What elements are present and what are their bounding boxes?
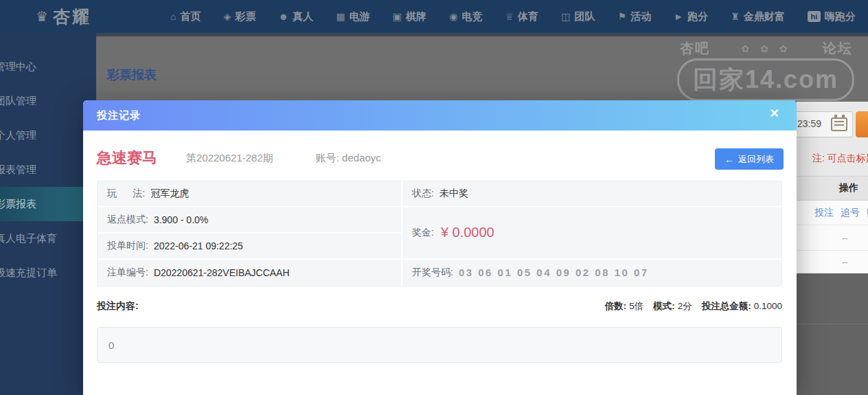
nav-item-activities[interactable]: ⚑活动 [618,10,652,23]
total-amount-value: 0.1000 [754,301,782,311]
bet-record-modal: 投注记录 × 急速赛马 第20220621-282期 账号: dedaoyc ←… [83,100,797,395]
bet-content-value: 0 [108,339,114,351]
bet-time-cell: 投单时间: 2022-06-21 09:22:25 [98,234,401,260]
sidebar-item-label: 团队管理 [0,95,36,108]
operations-column-header: 操作 [797,176,868,201]
nav-item-label: 彩票 [235,10,255,23]
nav-item-hi-paofen[interactable]: hi嗨跑分 [808,10,856,23]
top-navigation-bar: ♛ 杏耀 ⌂首页 ◈彩票 ☻真人 ▦电游 ▣棋牌 ◉电竞 ♕体育 ◫团队 ⚑活动… [0,0,868,33]
field-value: 3.900 - 0.0% [154,214,208,225]
chase-link[interactable]: 追号 [841,207,860,219]
field-label: 状态: [412,188,434,200]
game-name: 急速赛马 [97,148,157,168]
field-label: 奖金: [412,227,434,239]
nav-item-esports[interactable]: ◉电竞 [449,10,482,23]
prize-cell: 奖金: ¥ 0.0000 [402,207,781,260]
nav-item-team[interactable]: ◫团队 [561,10,595,23]
background-list-panel: 23:59 注: 可点击标题 操作 投注 追号 账变 -- -- [797,102,868,273]
slot-machine-icon: ▦ [336,11,345,22]
watermark-left-text: 杏吧 [680,39,710,58]
watermark-right-text: 论坛 [823,39,853,58]
nav-item-label: 电游 [350,10,370,23]
ticket-icon: ◈ [224,11,231,22]
mode-value: 2分 [678,301,692,311]
empty-cell-value: -- [842,233,848,243]
people-icon: ◫ [561,11,570,22]
screen: 彩票报表 杏吧 ✿ ✿ ✿ 论坛 回家14.com 23:59 注: 可点击标题… [0,0,868,395]
sidebar-menu: 管理中心 团队管理 个人管理 报表管理 彩票报表 真人电子体育 级速充提订单 [0,49,96,290]
prize-amount: ¥ 0.0000 [441,225,494,240]
sidebar-item-label: 彩票报表 [0,198,36,211]
person-icon: ☻ [279,11,289,22]
nav-item-label: 嗨跑分 [825,10,856,23]
bet-link[interactable]: 投注 [814,207,834,219]
nav-item-home[interactable]: ⌂首页 [170,10,201,23]
nav-item-label: 真人 [293,10,313,23]
detail-table-right-column: 状态: 未中奖 奖金: ¥ 0.0000 开奖号码: 03 06 01 05 0… [402,181,781,286]
sidebar-item-label: 管理中心 [0,60,36,74]
nav-item-sports[interactable]: ♕体育 [505,10,539,23]
nav-item-label: 体育 [518,10,538,23]
brand-logo[interactable]: ♛ 杏耀 [36,0,91,33]
sidebar-item-label: 级速充提订单 [0,267,57,280]
clickable-title-note: 注: 可点击标题 [812,153,868,165]
back-to-list-button[interactable]: ← 返回列表 [715,148,784,170]
sidebar: 管理中心 团队管理 个人管理 报表管理 彩票报表 真人电子体育 级速充提订单 [0,33,96,395]
dimmed-background-lower [797,273,868,395]
nav-item-board-games[interactable]: ▣棋牌 [393,10,426,23]
table-row: -- [797,225,868,251]
cards-icon: ▣ [393,11,402,22]
sidebar-item-live-esports[interactable]: 真人电子体育 [0,221,96,256]
field-label: 玩 法: [107,188,145,200]
end-time-value: 23:59 [797,118,821,129]
sidebar-item-lottery-report-active[interactable]: 彩票报表 [0,187,96,221]
close-icon[interactable]: × [770,106,779,121]
field-value: D20220621-282VEIBAJCCAAH [154,267,290,278]
field-label: 开奖号码: [412,267,453,279]
account-name: 账号: dedaoyc [316,152,381,165]
trophy-icon: ♕ [505,11,514,22]
nav-item-egames[interactable]: ▦电游 [336,10,369,23]
nav-item-label: 首页 [180,10,201,23]
nav-item-label: 金鼎财富 [744,10,785,23]
empty-cell-value: -- [842,257,848,267]
nav-item-live[interactable]: ☻真人 [279,10,314,23]
nav-item-lottery[interactable]: ◈彩票 [224,10,256,23]
sidebar-item-personal-management[interactable]: 个人管理 [0,118,96,153]
watermark-flourish-icon: ✿ ✿ ✿ [742,43,792,54]
nav-item-paofen[interactable]: ►跑分 [674,10,708,23]
calendar-icon[interactable] [831,117,847,131]
bet-content-row: 投注内容: 倍数:5倍 模式:2分 投注总金额:0.1000 [97,300,782,313]
bet-summary: 倍数:5倍 模式:2分 投注总金额:0.1000 [605,300,782,313]
sidebar-item-label: 真人电子体育 [0,232,57,245]
search-button-partial[interactable] [856,111,868,137]
field-value: 冠军龙虎 [150,188,189,200]
nav-item-jinding-wealth[interactable]: ♜金鼎财富 [731,10,785,23]
play-method-cell: 玩 法: 冠军龙虎 [98,181,401,207]
hi-badge-icon: hi [808,11,821,22]
sidebar-item-management-center[interactable]: 管理中心 [0,49,96,84]
nav-item-label: 跑分 [687,10,708,23]
game-info-row: 急速赛马 第20220621-282期 账号: dedaoyc [97,146,784,170]
sidebar-item-recharge-orders[interactable]: 级速充提订单 [0,256,96,290]
sidebar-item-report-management[interactable]: 报表管理 [0,153,96,187]
field-label: 注单编号: [107,267,148,279]
draw-numbers: 03 06 01 05 04 09 02 08 10 07 [459,267,649,278]
multiple-value: 5倍 [629,301,643,311]
sidebar-item-label: 报表管理 [0,163,36,177]
back-button-label: 返回列表 [738,153,774,166]
issue-number: 第20220621-282期 [186,152,273,165]
row-divider [797,324,868,324]
back-arrow-icon: ← [724,154,734,165]
detail-table-left-column: 玩 法: 冠军龙虎 返点模式: 3.900 - 0.0% 投单时间: 2022-… [98,181,402,286]
truck-icon: ► [674,11,683,22]
multiple-label: 倍数: [605,301,627,311]
modal-header: 投注记录 × [83,100,797,131]
sidebar-item-label: 个人管理 [0,129,36,142]
total-amount-label: 投注总金额: [702,301,751,311]
bet-content-label: 投注内容: [97,300,139,313]
end-time-input[interactable]: 23:59 [791,111,853,137]
nav-item-label: 电竞 [461,10,482,23]
sidebar-item-team-management[interactable]: 团队管理 [0,84,96,118]
draw-numbers-cell: 开奖号码: 03 06 01 05 04 09 02 08 10 07 [402,260,781,286]
